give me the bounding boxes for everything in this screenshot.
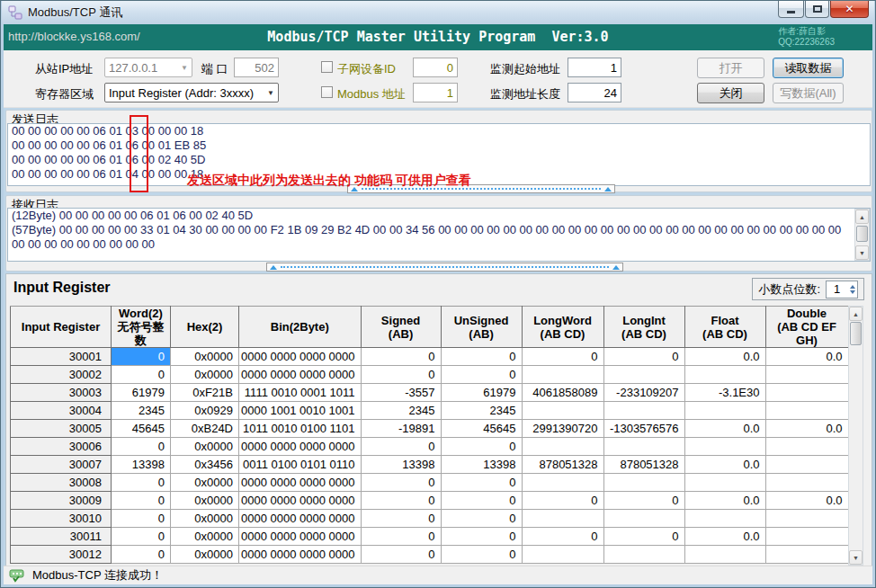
table-cell[interactable] bbox=[684, 366, 765, 384]
table-cell[interactable]: 2345 bbox=[441, 402, 522, 420]
table-cell[interactable]: 0 bbox=[441, 528, 522, 546]
table-cell[interactable]: 0 bbox=[361, 492, 441, 510]
table-cell[interactable]: 0.0 bbox=[684, 528, 765, 546]
table-cell[interactable] bbox=[765, 456, 848, 474]
table-cell[interactable]: 0x0929 bbox=[171, 402, 239, 420]
table-cell[interactable]: -1303576576 bbox=[603, 420, 684, 438]
table-cell[interactable]: 0.0 bbox=[684, 348, 765, 366]
table-cell[interactable]: 0.0 bbox=[684, 456, 765, 474]
table-cell[interactable]: 0 bbox=[361, 546, 441, 564]
table-cell[interactable]: 0x0000 bbox=[171, 546, 239, 564]
register-area-combobox[interactable]: Input Register (Addr: 3xxxx) ▼ bbox=[104, 83, 279, 102]
table-cell[interactable] bbox=[603, 510, 684, 528]
table-cell[interactable] bbox=[522, 546, 603, 564]
table-vscrollbar[interactable]: ▲ ▼ bbox=[848, 306, 863, 566]
table-cell[interactable]: 0 bbox=[112, 528, 171, 546]
table-cell[interactable]: 2991390720 bbox=[522, 420, 603, 438]
table-cell[interactable] bbox=[684, 402, 765, 420]
table-cell[interactable]: 0.0 bbox=[765, 420, 848, 438]
table-cell[interactable] bbox=[522, 438, 603, 456]
scroll-down-icon[interactable]: ▼ bbox=[855, 245, 869, 260]
scroll-down-icon[interactable]: ▼ bbox=[849, 550, 863, 565]
table-cell[interactable]: 0 bbox=[112, 510, 171, 528]
table-cell[interactable]: 2345 bbox=[361, 402, 441, 420]
table-cell[interactable]: 0xB24D bbox=[171, 420, 239, 438]
table-cell[interactable]: 0 bbox=[441, 474, 522, 492]
modbus-address-checkbox[interactable] bbox=[321, 86, 333, 98]
table-cell[interactable]: 0 bbox=[112, 546, 171, 564]
table-cell[interactable]: 0 bbox=[441, 492, 522, 510]
table-cell[interactable]: 1011 0010 0100 1101 bbox=[239, 420, 362, 438]
table-cell[interactable]: 0 bbox=[603, 492, 684, 510]
table-cell[interactable]: 0.0 bbox=[684, 492, 765, 510]
table-cell[interactable]: 0 bbox=[361, 438, 441, 456]
subnet-id-checkbox[interactable] bbox=[321, 61, 333, 73]
table-cell[interactable]: 0 bbox=[112, 492, 171, 510]
table-cell[interactable]: 0 bbox=[112, 474, 171, 492]
table-cell[interactable]: 0 bbox=[603, 528, 684, 546]
table-cell[interactable]: 0x0000 bbox=[171, 438, 239, 456]
spin-down-icon[interactable] bbox=[850, 290, 855, 294]
write-data-button[interactable]: 写数据(All) bbox=[773, 83, 844, 103]
table-cell[interactable]: 13398 bbox=[361, 456, 441, 474]
table-cell[interactable] bbox=[765, 438, 848, 456]
table-cell[interactable]: 0 bbox=[361, 348, 441, 366]
table-cell[interactable] bbox=[603, 474, 684, 492]
table-cell[interactable]: 0.0 bbox=[684, 420, 765, 438]
table-cell[interactable]: 0 bbox=[441, 348, 522, 366]
table-cell[interactable] bbox=[765, 546, 848, 564]
table-cell[interactable]: 45645 bbox=[112, 420, 171, 438]
table-cell[interactable]: 0xF21B bbox=[171, 384, 239, 402]
table-cell[interactable]: -233109207 bbox=[603, 384, 684, 402]
recv-log-vscrollbar[interactable]: ▲ ▼ bbox=[854, 209, 870, 261]
table-cell[interactable]: 0000 0000 0000 0000 bbox=[239, 546, 362, 564]
table-cell[interactable] bbox=[765, 384, 848, 402]
table-cell[interactable]: 0.0 bbox=[765, 348, 848, 366]
table-cell[interactable] bbox=[765, 366, 848, 384]
table-cell[interactable] bbox=[684, 510, 765, 528]
table-cell[interactable] bbox=[765, 510, 848, 528]
table-cell[interactable]: 0 bbox=[522, 528, 603, 546]
table-cell[interactable]: 61979 bbox=[112, 384, 171, 402]
table-cell[interactable]: 0000 1001 0010 1001 bbox=[239, 402, 362, 420]
table-cell[interactable]: 0 bbox=[361, 510, 441, 528]
table-cell[interactable]: 0000 0000 0000 0000 bbox=[239, 510, 362, 528]
recv-log-hscrollbar[interactable] bbox=[266, 263, 623, 272]
scroll-arrow-icon[interactable] bbox=[604, 187, 612, 192]
table-cell[interactable]: 0000 0000 0000 0000 bbox=[239, 366, 362, 384]
table-cell[interactable]: 1111 0010 0001 1011 bbox=[239, 384, 362, 402]
spin-up-icon[interactable] bbox=[850, 285, 855, 289]
table-cell[interactable]: -19891 bbox=[361, 420, 441, 438]
table-cell[interactable]: 45645 bbox=[441, 420, 522, 438]
table-cell[interactable] bbox=[603, 402, 684, 420]
slave-ip-combobox[interactable]: 127.0.0.1 ▼ bbox=[104, 58, 192, 77]
table-cell[interactable]: 61979 bbox=[441, 384, 522, 402]
table-cell[interactable]: 0000 0000 0000 0000 bbox=[239, 474, 362, 492]
table-cell[interactable] bbox=[603, 366, 684, 384]
table-cell[interactable]: 0 bbox=[603, 348, 684, 366]
table-cell[interactable]: 0000 0000 0000 0000 bbox=[239, 492, 362, 510]
subnet-id-input[interactable]: 0 bbox=[413, 58, 458, 77]
table-cell[interactable]: 13398 bbox=[441, 456, 522, 474]
table-cell[interactable]: 0000 0000 0000 0000 bbox=[239, 528, 362, 546]
start-address-input[interactable]: 1 bbox=[568, 58, 621, 77]
table-cell[interactable] bbox=[684, 474, 765, 492]
scroll-arrow-icon[interactable] bbox=[612, 265, 620, 270]
table-cell[interactable]: 0011 0100 0101 0110 bbox=[239, 456, 362, 474]
table-cell[interactable]: 0000 0000 0000 0000 bbox=[239, 438, 362, 456]
table-cell[interactable]: 0x0000 bbox=[171, 366, 239, 384]
table-cell[interactable] bbox=[765, 402, 848, 420]
maximize-button[interactable] bbox=[805, 1, 829, 18]
minimize-button[interactable] bbox=[778, 1, 804, 18]
table-cell[interactable]: 0 bbox=[112, 348, 171, 366]
address-length-input[interactable]: 24 bbox=[568, 83, 621, 102]
spinner-arrows[interactable] bbox=[847, 281, 857, 298]
table-cell[interactable]: 0 bbox=[441, 510, 522, 528]
table-cell[interactable]: -3.1E30 bbox=[684, 384, 765, 402]
scrollbar-track[interactable] bbox=[281, 266, 609, 268]
table-cell[interactable]: 0 bbox=[441, 438, 522, 456]
table-cell[interactable]: 0 bbox=[361, 528, 441, 546]
recv-log-textarea[interactable]: (12Byte) 00 00 00 00 00 06 01 06 00 02 4… bbox=[7, 208, 871, 262]
scroll-up-icon[interactable]: ▲ bbox=[849, 307, 863, 321]
table-cell[interactable]: 0 bbox=[361, 474, 441, 492]
